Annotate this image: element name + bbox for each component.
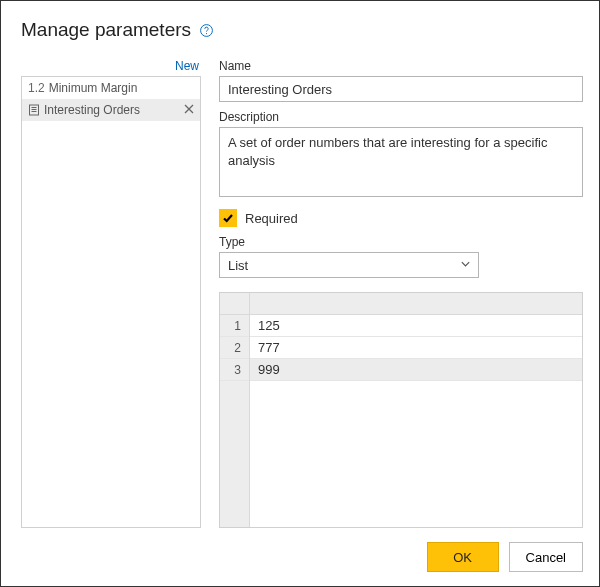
required-checkbox[interactable] — [219, 209, 237, 227]
parameter-prefix: 1.2 — [28, 81, 45, 95]
parameter-item-minimum-margin[interactable]: 1.2 Minimum Margin — [22, 77, 200, 99]
parameter-label: Minimum Margin — [49, 81, 196, 95]
grid-column-header — [250, 293, 582, 315]
svg-point-1 — [206, 33, 207, 34]
new-parameter-link[interactable]: New — [21, 59, 201, 76]
type-select-wrap: List — [219, 252, 479, 278]
type-select[interactable]: List — [219, 252, 479, 278]
grid-body: 1 2 3 125 777 999 — [220, 315, 582, 527]
ok-button[interactable]: OK — [427, 542, 499, 572]
list-value-cell[interactable]: 777 — [250, 337, 582, 359]
dialog-footer: OK Cancel — [21, 542, 583, 572]
dialog-title: Manage parameters — [21, 19, 191, 41]
manage-parameters-dialog: Manage parameters New 1.2 Minimum Margin… — [1, 1, 599, 586]
dialog-header: Manage parameters — [21, 19, 583, 41]
list-values-grid: 1 2 3 125 777 999 — [219, 292, 583, 528]
dialog-body: New 1.2 Minimum Margin Interesting Order… — [21, 59, 583, 528]
description-label: Description — [219, 110, 583, 124]
help-icon[interactable] — [199, 23, 214, 38]
cancel-button[interactable]: Cancel — [509, 542, 583, 572]
parameter-label: Interesting Orders — [44, 103, 180, 117]
description-input[interactable] — [219, 127, 583, 197]
list-value-cell[interactable]: 125 — [250, 315, 582, 337]
close-icon[interactable] — [184, 104, 196, 116]
grid-header-row — [220, 293, 582, 315]
parameter-list: 1.2 Minimum Margin Interesting Orders — [21, 76, 201, 528]
row-number[interactable]: 2 — [220, 337, 249, 359]
list-icon — [28, 104, 40, 116]
parameter-form: Name Description Required Type List — [219, 59, 583, 528]
grid-corner — [220, 293, 250, 315]
name-input[interactable] — [219, 76, 583, 102]
grid-cells: 125 777 999 — [250, 315, 582, 527]
type-value: List — [228, 258, 248, 273]
name-label: Name — [219, 59, 583, 73]
parameter-item-interesting-orders[interactable]: Interesting Orders — [22, 99, 200, 121]
grid-row-numbers: 1 2 3 — [220, 315, 250, 527]
row-number[interactable]: 1 — [220, 315, 249, 337]
required-row: Required — [219, 209, 583, 227]
type-label: Type — [219, 235, 583, 249]
list-value-cell[interactable]: 999 — [250, 359, 582, 381]
required-label: Required — [245, 211, 298, 226]
row-number[interactable]: 3 — [220, 359, 249, 381]
parameter-sidebar: New 1.2 Minimum Margin Interesting Order… — [21, 59, 201, 528]
